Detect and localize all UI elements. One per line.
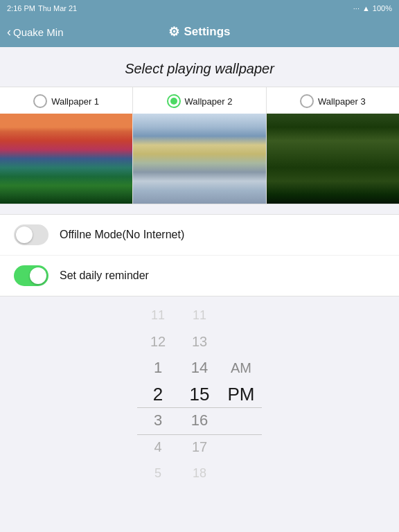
wallpaper-3-radio[interactable] <box>300 94 314 108</box>
wallpaper-option-3[interactable]: Wallpaper 3 <box>267 87 399 204</box>
wallpaper-option-2[interactable]: Wallpaper 2 <box>133 87 266 204</box>
minute-item-16: 16 <box>179 407 220 434</box>
minute-item-17: 17 <box>179 434 220 460</box>
status-left: 2:16 PM Thu Mar 21 <box>7 4 77 12</box>
minute-item-15: 15 <box>179 381 220 407</box>
minute-item-14: 14 <box>179 355 220 381</box>
settings-gear-icon: ⚙ <box>168 24 179 39</box>
back-button[interactable]: ‹ Quake Min <box>7 25 64 39</box>
wallpaper-option-1[interactable]: Wallpaper 1 <box>0 87 133 204</box>
hour-item-1: 1 <box>137 355 179 381</box>
offline-toggle[interactable] <box>14 224 48 245</box>
hour-item-4: 4 <box>137 434 179 460</box>
wallpaper-3-image <box>267 114 399 204</box>
wallpaper-2-name: Wallpaper 2 <box>185 96 233 107</box>
battery: 100% <box>373 4 392 12</box>
hour-item-3: 3 <box>137 407 179 434</box>
reminder-toggle[interactable] <box>14 265 48 286</box>
back-arrow-icon: ‹ <box>7 25 11 39</box>
ampm-column[interactable]: AM PM <box>220 302 262 486</box>
hour-item-11: 11 <box>137 302 179 328</box>
hour-item-12: 12 <box>137 328 179 355</box>
main-content: Select playing wallpaper Wallpaper 1 Wal… <box>0 47 399 500</box>
wallpaper-2-image <box>133 114 265 204</box>
minute-column[interactable]: 11 13 14 15 16 17 18 <box>179 302 220 486</box>
back-label: Quake Min <box>13 26 64 38</box>
offline-mode-row: Offilne Mode(No Internet) <box>0 215 399 256</box>
nav-title: ⚙ Settings <box>168 24 230 39</box>
time-picker[interactable]: 11 12 1 2 3 4 5 11 13 14 15 16 17 18 <box>0 296 399 500</box>
minute-item-11: 11 <box>179 302 220 328</box>
reminder-row: Set daily reminder <box>0 256 399 296</box>
minute-item-12: 13 <box>179 328 220 355</box>
signal-icon: ··· <box>353 4 360 12</box>
minute-item-18: 18 <box>179 460 220 486</box>
wallpaper-1-name: Wallpaper 1 <box>51 96 99 107</box>
hour-item-5: 5 <box>137 460 179 486</box>
hour-item-2: 2 <box>137 381 179 407</box>
ampm-am: AM <box>231 355 251 381</box>
offline-label: Offilne Mode(No Internet) <box>60 229 184 241</box>
wallpaper-2-label-row: Wallpaper 2 <box>161 87 238 114</box>
page-title: Select playing wallpaper <box>0 47 399 87</box>
nav-title-text: Settings <box>184 25 230 39</box>
date: Thu Mar 21 <box>38 4 77 12</box>
nav-bar: ‹ Quake Min ⚙ Settings <box>0 17 399 47</box>
wallpaper-options: Wallpaper 1 Wallpaper 2 Wallpaper 3 <box>0 87 399 204</box>
reminder-label: Set daily reminder <box>60 269 149 282</box>
wallpaper-2-radio[interactable] <box>167 94 181 108</box>
wallpaper-3-name: Wallpaper 3 <box>318 96 366 107</box>
wallpaper-1-image <box>0 114 132 204</box>
settings-section: Offilne Mode(No Internet) Set daily remi… <box>0 214 399 296</box>
hour-column[interactable]: 11 12 1 2 3 4 5 <box>137 302 179 486</box>
status-right: ··· ▲ 100% <box>353 4 392 12</box>
time: 2:16 PM <box>7 4 35 12</box>
wallpaper-3-label-row: Wallpaper 3 <box>294 87 371 114</box>
wallpaper-1-radio[interactable] <box>33 94 47 108</box>
wifi-icon: ▲ <box>362 4 370 12</box>
wallpaper-1-label-row: Wallpaper 1 <box>28 87 105 114</box>
ampm-pm: PM <box>228 381 255 407</box>
status-bar: 2:16 PM Thu Mar 21 ··· ▲ 100% <box>0 0 399 17</box>
